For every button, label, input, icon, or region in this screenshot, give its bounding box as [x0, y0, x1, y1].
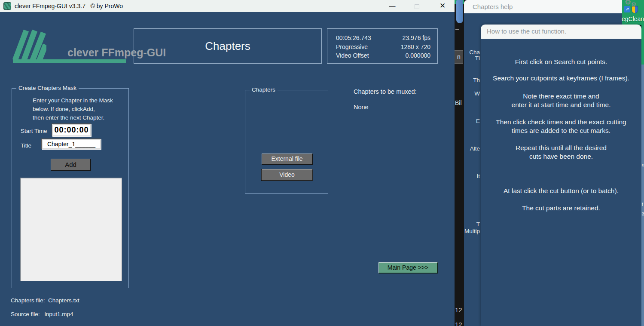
help-line: The cut parts are retained. [481, 204, 641, 212]
label-fragment: Tl [475, 55, 480, 62]
help-line: times are added to the cut marks. [481, 127, 641, 135]
app-icon [3, 2, 11, 10]
add-button[interactable]: Add [51, 159, 91, 171]
chapters-help-titlebar[interactable]: Chapters help [464, 0, 622, 13]
help-line: enter it at start time and end time. [481, 101, 641, 109]
maximize-button[interactable] [409, 0, 425, 12]
info-row: Progressive 1280 x 720 [336, 43, 430, 52]
window-title: clever FFmpeg-GUI v3.3.7 © by ProWo [15, 0, 123, 12]
scrollbar-thumb[interactable] [456, 0, 463, 23]
help-line: Note there exact time and [481, 92, 641, 100]
gear-icon: ⚙ [625, 0, 631, 6]
duration-value: 00:05:26.743 [336, 34, 371, 43]
start-time-label: Start Time [21, 128, 47, 134]
cut-help-titlebar[interactable]: How to use the cut function. [481, 25, 641, 39]
edge-fragment: o [642, 163, 644, 167]
help-line: Search your cutpoints at keyframes (I fr… [481, 74, 641, 82]
scan-type-value: Progressive [336, 43, 368, 52]
edge-fragment: 3 [642, 212, 644, 216]
arrow-square-icon: ↗ [624, 6, 630, 12]
help-line: At last click the cut button (or to batc… [481, 187, 641, 195]
help-line: cuts have been done. [481, 153, 641, 160]
instruction-line: Enter your Chapter in the Mask [33, 96, 113, 105]
label-fragment: Alte [470, 145, 480, 152]
help-line: Then click check times and the exact cut… [481, 118, 641, 126]
source-file-label: Source file: input1.mp4 [11, 311, 73, 317]
label-fragment: Multip [464, 228, 480, 234]
main-window: clever FFmpeg-GUI v3.3.7 © by ProWo — ✕ … [0, 0, 455, 326]
chapters-help-title: Chapters help [473, 3, 513, 10]
fps-value: 23.976 fps [403, 34, 430, 43]
chapters-group: Chapters External file Video [245, 90, 328, 194]
start-time-input[interactable] [52, 124, 91, 136]
background-app-strip [455, 0, 464, 326]
maximize-icon [415, 4, 419, 9]
close-button[interactable]: ✕ [434, 0, 451, 12]
info-row: Video Offset 0.000000 [336, 51, 430, 60]
chapters-file-label: Chapters file: Chapters.txt [11, 297, 79, 304]
cut-help-title: How to use the cut function. [487, 28, 566, 35]
label-fragment: W [474, 90, 480, 97]
page-title: Chapters [134, 29, 321, 63]
background-number-fragment: 12 [455, 321, 462, 326]
instruction-line: below. If done, clickAdd, [33, 105, 113, 114]
desktop-corner: ⚙ ⚙ ↗ egClean [622, 0, 644, 25]
background-text-fragment: Bil [455, 99, 462, 106]
desktop-edge-strip: o f 3 [641, 25, 644, 326]
video-offset-value: 0.000000 [406, 51, 430, 60]
help-line: First click on Search cut points. [481, 58, 641, 66]
muxed-value: None [354, 104, 369, 111]
muxed-label: Chapters to be muxed: [354, 88, 417, 95]
background-button-fragment[interactable]: n [455, 50, 463, 64]
label-fragment: T [476, 221, 480, 228]
label-fragment: It [476, 173, 480, 179]
chapter-title-input[interactable] [42, 139, 101, 149]
mask-instructions: Enter your Chapter in the Mask below. If… [33, 96, 113, 122]
minimize-fragment-icon [455, 29, 459, 30]
minimize-button[interactable]: — [384, 0, 400, 12]
info-row: 00:05:26.743 23.976 fps [336, 34, 430, 43]
title-field-wrap [42, 139, 101, 149]
title-label: Title [21, 142, 31, 149]
video-offset-label: Video Offset [336, 51, 369, 60]
edge-fragment: f [642, 202, 643, 207]
chapters-listbox[interactable] [20, 178, 122, 281]
main-titlebar[interactable]: clever FFmpeg-GUI v3.3.7 © by ProWo — ✕ [0, 0, 455, 12]
group-legend: Create Chapters Mask [16, 85, 79, 91]
label-fragment: Th [473, 77, 480, 83]
media-info-panel: 00:05:26.743 23.976 fps Progressive 1280… [327, 28, 438, 64]
resolution-value: 1280 x 720 [401, 43, 430, 52]
help-line: Repeat this until all the desired [481, 144, 641, 152]
background-number-fragment: 12 [455, 306, 462, 314]
screen: clever FFmpeg-GUI v3.3.7 © by ProWo — ✕ … [0, 0, 644, 326]
label-fragment: Cha [469, 49, 480, 55]
main-page-button[interactable]: Main Page >>> [378, 262, 438, 274]
create-chapters-mask-group: Create Chapters Mask Enter your Chapter … [12, 88, 129, 288]
label-fragment: E [476, 118, 480, 124]
logo-icon [12, 28, 46, 61]
instruction-line: then enter the next Chapter. [33, 114, 113, 122]
start-time-field-wrap [52, 124, 91, 136]
external-file-button[interactable]: External file [262, 154, 313, 165]
shield-icon [632, 6, 638, 13]
desktop-icon-label: egClean [622, 15, 644, 22]
page-title-panel: Chapters [134, 28, 322, 64]
video-button[interactable]: Video [262, 169, 313, 181]
regclean-icon[interactable]: ⚙ ⚙ ↗ [624, 0, 641, 14]
logo-underline [13, 59, 126, 63]
cut-help-window: How to use the cut function. First click… [481, 25, 641, 326]
group-legend: Chapters [250, 86, 278, 93]
